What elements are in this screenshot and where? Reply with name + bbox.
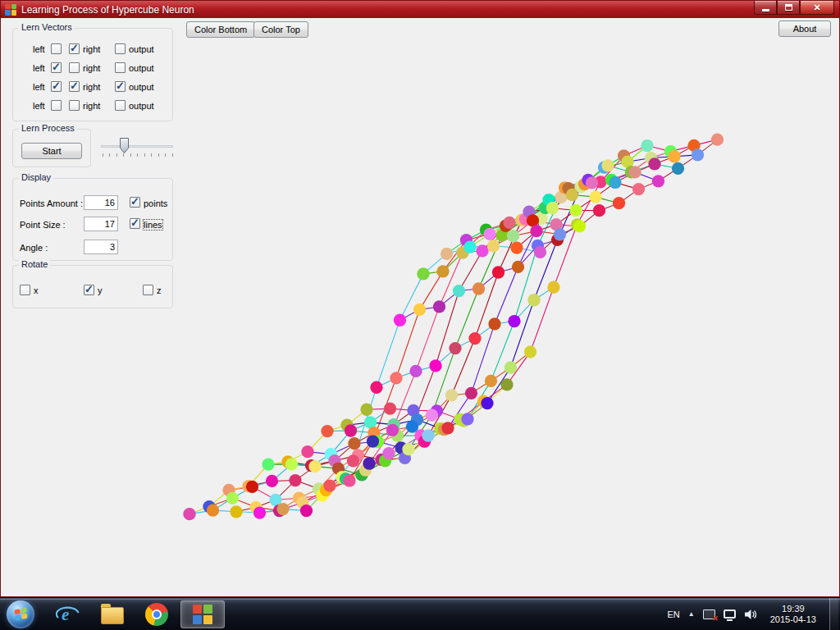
network-status-icon[interactable]	[703, 609, 715, 619]
show-desktop-button[interactable]	[829, 598, 838, 630]
plot-canvas	[165, 115, 756, 574]
rotate-z-checkbox[interactable]	[143, 285, 153, 295]
app-icon-pixel	[11, 10, 17, 16]
slider-ticks	[103, 153, 173, 157]
windows-logo-icon	[14, 608, 27, 621]
points-amount-label: Points Amount :	[20, 199, 83, 208]
language-indicator[interactable]: EN	[668, 609, 680, 619]
output-label: output	[129, 63, 154, 73]
vector4-right-checkbox[interactable]	[69, 100, 80, 111]
vector3-right-checkbox[interactable]	[69, 81, 80, 92]
right-label: right	[83, 63, 100, 73]
taskbar-app-button[interactable]	[180, 600, 225, 628]
close-icon: ✕	[813, 2, 820, 14]
lines-checkbox-label: lines	[144, 220, 162, 230]
vector1-left-checkbox[interactable]	[51, 43, 62, 54]
vector2-right-checkbox[interactable]	[69, 62, 80, 73]
vector3-output-checkbox[interactable]	[115, 81, 126, 92]
client-area: Color Bottom Color Top About Lern Vector…	[1, 18, 839, 596]
hypercube-app-icon	[193, 605, 212, 624]
lern-vectors-group: Lern Vectors left right output left righ…	[12, 28, 173, 121]
taskbar-chrome[interactable]	[135, 598, 179, 630]
clock-date: 2015-04-13	[770, 614, 816, 625]
vector2-left-checkbox[interactable]	[51, 62, 62, 73]
left-label: left	[33, 82, 45, 92]
hidden-icons-chevron-icon[interactable]: ▲	[688, 610, 695, 618]
internet-explorer-icon: e	[56, 602, 80, 627]
rotate-x-label: x	[34, 285, 39, 295]
app-icon	[5, 4, 16, 16]
window-title: Learning Process of Hypercube Neuron	[21, 4, 194, 16]
app-icon-pixel	[5, 10, 11, 16]
points-amount-input[interactable]	[84, 195, 118, 210]
lern-process-group: Lern Process Start	[12, 129, 91, 167]
rotate-group: Rotate x y z	[12, 265, 173, 308]
lern-vectors-title: Lern Vectors	[19, 22, 75, 32]
left-label: left	[33, 63, 45, 73]
right-label: right	[83, 101, 100, 111]
maximize-button[interactable]	[777, 1, 800, 15]
color-top-button[interactable]: Color Top	[253, 21, 308, 38]
lern-vector-row-1: left right output	[13, 43, 172, 57]
volume-icon[interactable]	[744, 608, 757, 621]
learn-speed-slider[interactable]	[101, 135, 173, 161]
points-checkbox-label: points	[144, 199, 167, 208]
slider-thumb[interactable]	[120, 138, 129, 153]
right-label: right	[83, 82, 100, 92]
rotate-y-label: y	[98, 285, 103, 295]
display-settings-icon[interactable]	[724, 609, 736, 619]
vector4-output-checkbox[interactable]	[115, 100, 126, 111]
display-group: Display Points Amount : points Point Siz…	[12, 178, 173, 261]
lern-process-title: Lern Process	[19, 123, 77, 133]
point-size-label: Point Size :	[20, 220, 66, 230]
start-button[interactable]: Start	[21, 143, 82, 159]
system-tray: EN ▲ 19:39 2015-04-13	[668, 598, 840, 630]
folder-icon	[101, 607, 124, 624]
rotate-z-label: z	[157, 285, 162, 295]
app-window: Learning Process of Hypercube Neuron ✕ C…	[0, 0, 840, 597]
point-size-input[interactable]	[84, 217, 118, 231]
lern-vector-row-4: left right output	[13, 100, 172, 113]
taskbar-internet-explorer[interactable]: e	[46, 598, 90, 630]
clock[interactable]: 19:39 2015-04-13	[770, 604, 816, 625]
app-icon-pixel	[11, 4, 17, 10]
vector3-left-checkbox[interactable]	[51, 81, 62, 92]
app-icon-pixel	[5, 4, 11, 10]
close-button[interactable]: ✕	[800, 1, 834, 15]
display-title: Display	[19, 172, 53, 182]
lines-checkbox[interactable]	[130, 218, 140, 229]
about-button[interactable]: About	[778, 21, 831, 37]
points-checkbox[interactable]	[130, 197, 140, 208]
rotate-y-checkbox[interactable]	[84, 285, 94, 295]
start-button[interactable]	[7, 600, 34, 628]
lern-vector-row-3: left right output	[13, 81, 172, 94]
output-label: output	[129, 44, 154, 54]
minimize-button[interactable]	[754, 1, 777, 15]
lern-vector-row-2: left right output	[13, 62, 172, 75]
taskbar: e EN ▲ 1	[0, 597, 840, 630]
vector2-output-checkbox[interactable]	[115, 62, 126, 73]
color-bottom-button[interactable]: Color Bottom	[186, 21, 255, 38]
vector1-right-checkbox[interactable]	[69, 43, 80, 54]
minimize-icon	[762, 9, 769, 11]
output-label: output	[129, 101, 154, 111]
rotate-x-checkbox[interactable]	[20, 285, 30, 295]
title-bar[interactable]: Learning Process of Hypercube Neuron ✕	[1, 1, 839, 18]
rotate-title: Rotate	[19, 259, 50, 269]
angle-label: Angle :	[20, 243, 48, 253]
right-label: right	[83, 44, 100, 54]
chrome-icon	[145, 603, 168, 626]
vector1-output-checkbox[interactable]	[115, 43, 126, 54]
left-label: left	[33, 44, 45, 54]
slider-track[interactable]	[101, 145, 173, 148]
clock-time: 19:39	[770, 604, 816, 614]
maximize-icon	[785, 4, 792, 11]
vector4-left-checkbox[interactable]	[51, 100, 62, 111]
output-label: output	[129, 82, 154, 92]
left-label: left	[33, 101, 45, 111]
desktop: Learning Process of Hypercube Neuron ✕ C…	[0, 0, 840, 630]
angle-input[interactable]	[84, 240, 118, 254]
taskbar-explorer[interactable]	[90, 598, 135, 630]
window-controls: ✕	[754, 1, 834, 15]
